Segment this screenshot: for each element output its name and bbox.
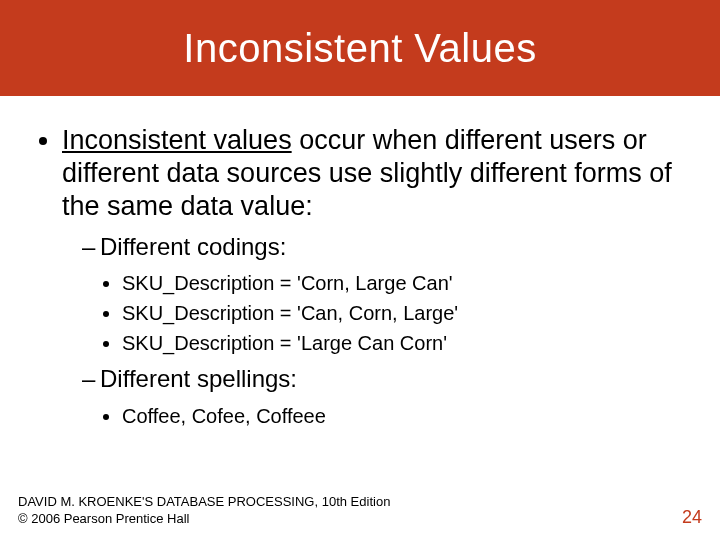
- sub-bullet-spellings: Different spellings: Coffee, Cofee, Coff…: [82, 363, 684, 429]
- bullet-main: Inconsistent values occur when different…: [62, 124, 684, 430]
- coding-example: SKU_Description = 'Corn, Large Can': [122, 269, 684, 297]
- coding-example: SKU_Description = 'Large Can Corn': [122, 329, 684, 357]
- page-number: 24: [682, 507, 702, 528]
- slide: Inconsistent Values Inconsistent values …: [0, 0, 720, 540]
- slide-title: Inconsistent Values: [183, 26, 536, 71]
- bullet-lead-term: Inconsistent values: [62, 125, 292, 155]
- footer: DAVID M. KROENKE'S DATABASE PROCESSING, …: [18, 494, 702, 528]
- footer-left: DAVID M. KROENKE'S DATABASE PROCESSING, …: [18, 494, 390, 528]
- bullet-list-level3-codings: SKU_Description = 'Corn, Large Can' SKU_…: [100, 269, 684, 357]
- sub-bullet-spellings-label: Different spellings:: [100, 365, 297, 392]
- spelling-example: Coffee, Cofee, Coffeee: [122, 402, 684, 430]
- bullet-list-level1: Inconsistent values occur when different…: [36, 124, 684, 430]
- sub-bullet-codings: Different codings: SKU_Description = 'Co…: [82, 231, 684, 357]
- slide-body: Inconsistent values occur when different…: [0, 96, 720, 430]
- bullet-list-level2: Different codings: SKU_Description = 'Co…: [62, 231, 684, 430]
- footer-line1: DAVID M. KROENKE'S DATABASE PROCESSING, …: [18, 494, 390, 511]
- footer-line2: © 2006 Pearson Prentice Hall: [18, 511, 390, 528]
- coding-example: SKU_Description = 'Can, Corn, Large': [122, 299, 684, 327]
- sub-bullet-codings-label: Different codings:: [100, 233, 286, 260]
- bullet-list-level3-spellings: Coffee, Cofee, Coffeee: [100, 402, 684, 430]
- title-bar: Inconsistent Values: [0, 0, 720, 96]
